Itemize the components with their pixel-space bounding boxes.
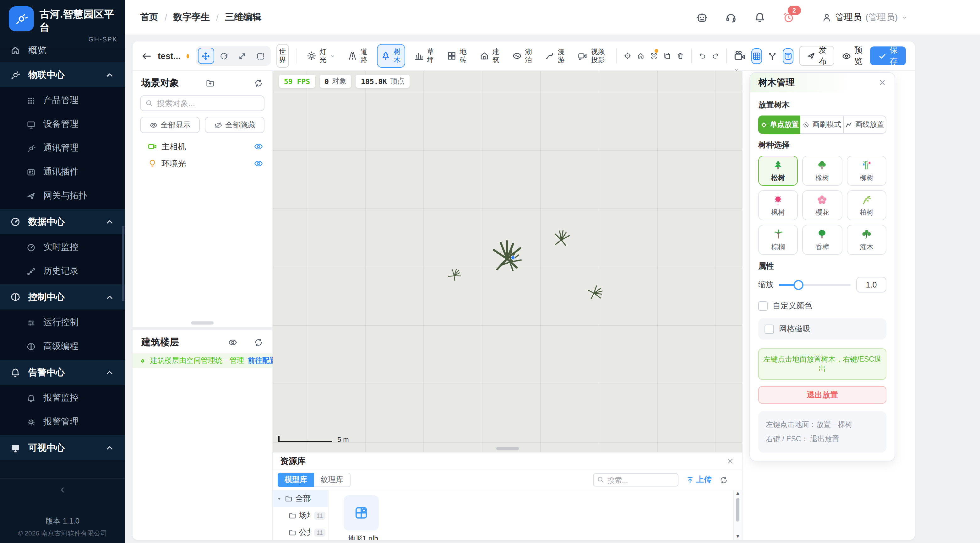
world-button[interactable]: 世界 [277,44,289,68]
species-shrub[interactable]: 灌木 [846,225,886,255]
species-maple[interactable]: 枫树 [758,190,798,220]
panel-resize-handle[interactable] [191,321,213,324]
tab-texture-library[interactable]: 纹理库 [314,473,350,487]
species-willow[interactable]: 柳树 [846,156,886,186]
line-mode-button[interactable]: 画线放置 [843,116,886,134]
focus-target-button[interactable] [624,49,632,62]
show-all-button[interactable]: 全部显示 [140,117,200,133]
exit-placement-button[interactable]: 退出放置 [758,386,886,404]
asset-item-terrain[interactable]: 地形1.glb [344,495,383,540]
breadcrumb-digital-twin[interactable]: 数字孪生 [173,11,210,23]
sidebar-item-alarm-monitor[interactable]: 报警监控 [0,386,125,410]
visibility-eye-icon[interactable] [254,142,263,151]
undo-button[interactable] [698,49,706,62]
grid-snap-box[interactable]: 网格磁吸 [758,318,886,340]
select-tool-button[interactable] [253,48,269,64]
scroll-up-arrow[interactable]: ▲ [735,490,740,497]
add-folder-icon[interactable] [205,78,215,88]
folder-all[interactable]: 全部 [273,490,328,507]
assistant-robot-icon[interactable] [696,11,708,23]
scene-object-main-camera[interactable]: 主相机 [132,138,272,155]
upload-button[interactable]: 上传 [686,475,712,485]
support-headset-icon[interactable] [725,11,737,23]
scene-object-ambient-light[interactable]: 环境光 [132,155,272,172]
sidebar-item-device-mgmt[interactable]: 设备管理 [0,113,125,136]
save-button[interactable]: 保存 [870,46,906,65]
duplicate-button[interactable] [663,49,671,62]
lake-mode-button[interactable]: 湖泊 [509,44,536,68]
delete-button[interactable] [676,49,684,62]
user-menu[interactable]: 管理员 (管理员) [821,12,908,23]
redo-button[interactable] [712,49,719,62]
scroll-down-arrow[interactable]: ▼ [735,533,740,540]
sidebar-item-realtime-monitor[interactable]: 实时监控 [0,235,125,259]
scene-search-input[interactable] [140,95,264,111]
skeleton-toggle-button[interactable] [768,48,777,64]
sidebar-scrollbar[interactable] [122,226,124,301]
breadcrumb-home[interactable]: 首页 [140,11,158,23]
grid-snap-checkbox[interactable] [765,324,774,333]
eye-icon[interactable] [228,338,237,347]
scrollbar-thumb[interactable] [736,498,740,522]
viewport-canvas[interactable]: 59 FPS 0 对象 185.8K 顶点 [273,71,742,452]
visibility-eye-icon[interactable] [254,159,263,168]
back-button[interactable] [142,51,152,61]
species-oak[interactable]: 橡树 [803,156,842,186]
alarm-clock-icon[interactable]: 2 [783,11,794,23]
sidebar-item-comm-mgmt[interactable]: 通讯管理 [0,136,125,160]
species-camphor[interactable]: 香樟 [803,225,842,255]
label-toggle-button[interactable] [783,48,794,64]
scale-value-box[interactable]: 1.0 [856,277,886,292]
species-pine[interactable]: 松树 [758,156,798,186]
sidebar-item-history[interactable]: 历史记录 [0,259,125,283]
caret-down-icon[interactable] [277,496,282,502]
tile-mode-button[interactable]: 地砖 [444,44,471,68]
sidebar-item-comm-plugin[interactable]: 通讯插件 [0,160,125,184]
notifications-bell-icon[interactable] [754,11,765,23]
sidebar-group-iot[interactable]: 物联中心 [0,62,125,87]
folder-site[interactable]: 场地 11 [273,507,328,524]
video-projection-button[interactable]: 视频投影 [574,44,609,68]
tab-model-library[interactable]: 模型库 [278,473,314,487]
building-mode-button[interactable]: 建筑 [476,44,503,68]
move-tool-button[interactable] [198,48,214,64]
scale-slider[interactable] [779,280,851,289]
sidebar-collapse-button[interactable] [0,478,125,500]
custom-color-checkbox[interactable] [758,301,768,311]
grass-mode-button[interactable]: 草坪 [411,44,438,68]
home-view-button[interactable] [637,49,644,62]
sidebar-item-gateway-topology[interactable]: 网关与拓扑 [0,184,125,208]
sidebar-group-data[interactable]: 数据中心 [0,209,125,234]
sidebar-item-advanced-programming[interactable]: 高级编程 [0,335,125,359]
folder-public-open-space[interactable]: 公共开放空间 11 [273,524,328,540]
refresh-icon[interactable] [254,78,263,88]
capture-view-button[interactable] [650,49,658,62]
species-palm[interactable]: 棕榈 [758,225,798,255]
sidebar-item-overview[interactable]: 概览 [0,38,125,62]
publish-button[interactable]: 发布 [799,46,834,66]
sidebar-group-control[interactable]: 控制中心 [0,284,125,310]
close-icon[interactable] [726,457,734,465]
preview-button[interactable]: 预览 [840,44,864,67]
slider-handle[interactable] [794,279,803,290]
hide-all-button[interactable]: 全部隐藏 [205,117,264,133]
viewport-resize-handle[interactable] [496,447,519,450]
camera-dropdown-button[interactable] [734,49,746,62]
roam-mode-button[interactable]: 漫游 [541,44,568,68]
scale-tool-button[interactable] [234,48,251,64]
species-cypress[interactable]: 柏树 [846,190,886,220]
sidebar-item-product-mgmt[interactable]: 产品管理 [0,89,125,113]
single-point-mode-button[interactable]: 单点放置 [758,116,801,134]
road-mode-button[interactable]: 道路 [344,44,371,68]
close-icon[interactable] [878,78,886,87]
refresh-icon[interactable] [254,338,263,347]
refresh-icon[interactable] [719,476,728,484]
grid-toggle-button[interactable] [751,48,762,64]
assets-search-input[interactable] [593,473,678,486]
rotate-tool-button[interactable] [216,48,232,64]
light-mode-button[interactable]: 灯光 [304,44,339,68]
sidebar-group-alarm[interactable]: 告警中心 [0,360,125,385]
custom-color-checkbox-row[interactable]: 自定义颜色 [758,301,886,311]
sidebar-group-visual[interactable]: 可视中心 [0,435,125,460]
species-sakura[interactable]: 樱花 [803,190,842,220]
